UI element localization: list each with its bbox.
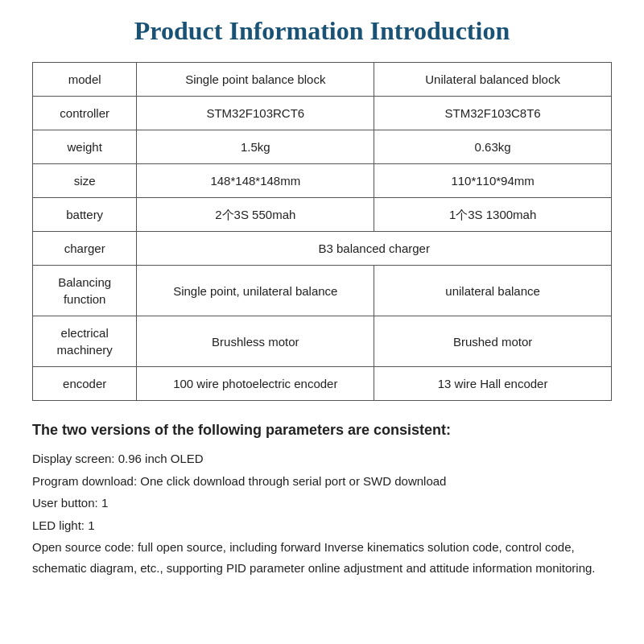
page-title: Product Information Introduction — [32, 16, 612, 46]
table-cell-label: model — [33, 63, 137, 97]
table-cell-col1: Single point, unilateral balance — [137, 266, 374, 316]
table-cell-col1: 100 wire photoelectric encoder — [137, 367, 374, 401]
table-row: encoder100 wire photoelectric encoder13 … — [33, 367, 612, 401]
table-cell-label: Balancing function — [33, 266, 137, 316]
param-item: User button: 1 — [32, 493, 612, 514]
table-cell-col2: Unilateral balanced block — [374, 63, 612, 97]
table-cell-label: battery — [33, 198, 137, 232]
table-cell-col2: 1个3S 1300mah — [374, 198, 612, 232]
param-item: LED light: 1 — [32, 515, 612, 536]
table-cell-col2: Brushed motor — [374, 316, 612, 367]
table-cell-label: controller — [33, 97, 137, 130]
table-cell-col2: STM32F103C8T6 — [374, 97, 612, 130]
table-row: chargerB3 balanced charger — [33, 232, 612, 266]
table-cell-col1: Single point balance block — [137, 63, 374, 97]
table-row: weight1.5kg0.63kg — [33, 130, 612, 164]
table-cell-col2: 13 wire Hall encoder — [374, 367, 612, 401]
table-row: battery2个3S 550mah1个3S 1300mah — [33, 198, 612, 232]
table-cell-col1: Brushless motor — [137, 316, 374, 367]
product-table: modelSingle point balance blockUnilatera… — [32, 62, 612, 401]
param-item: Program download: One click download thr… — [32, 471, 612, 492]
table-row: modelSingle point balance blockUnilatera… — [33, 63, 612, 97]
table-cell-col1: 148*148*148mm — [137, 164, 374, 198]
table-row: Balancing functionSingle point, unilater… — [33, 266, 612, 316]
table-cell-col1: 2个3S 550mah — [137, 198, 374, 232]
section-title: The two versions of the following parame… — [32, 420, 612, 440]
table-cell-label: encoder — [33, 367, 137, 401]
table-row: size148*148*148mm110*110*94mm — [33, 164, 612, 198]
table-cell-col2: 0.63kg — [374, 130, 612, 164]
table-cell-label: weight — [33, 130, 137, 164]
table-row: electrical machineryBrushless motorBrush… — [33, 316, 612, 367]
table-row: controllerSTM32F103RCT6STM32F103C8T6 — [33, 97, 612, 130]
table-cell-col2: unilateral balance — [374, 266, 612, 316]
param-item: Open source code: full open source, incl… — [32, 537, 612, 578]
table-cell-span: B3 balanced charger — [137, 232, 612, 266]
table-cell-label: size — [33, 164, 137, 198]
params-list: Display screen: 0.96 inch OLEDProgram do… — [32, 448, 612, 578]
table-cell-col1: 1.5kg — [137, 130, 374, 164]
table-cell-col1: STM32F103RCT6 — [137, 97, 374, 130]
table-cell-col2: 110*110*94mm — [374, 164, 612, 198]
table-cell-label: electrical machinery — [33, 316, 137, 367]
table-cell-label: charger — [33, 232, 137, 266]
param-item: Display screen: 0.96 inch OLED — [32, 448, 612, 469]
